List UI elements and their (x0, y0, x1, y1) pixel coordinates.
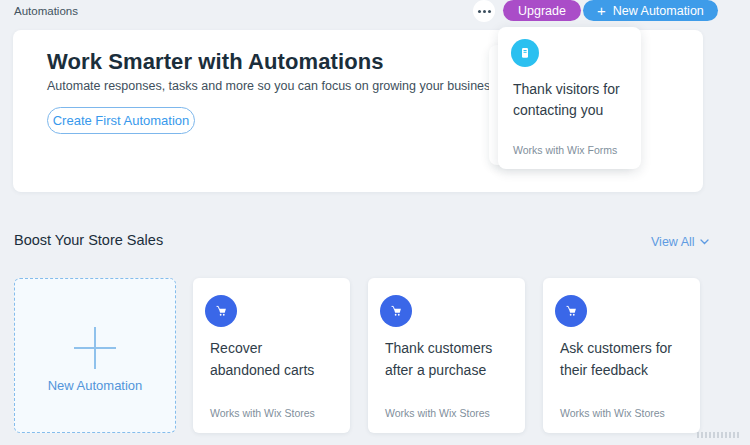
cart-icon (205, 295, 237, 327)
automation-card-ask-feedback[interactable]: Ask customers for their feedback Works w… (543, 278, 700, 433)
page-title: Automations (14, 5, 78, 17)
plus-icon: + (597, 3, 606, 18)
hero-title: Work Smarter with Automations (47, 49, 384, 75)
new-automation-button[interactable]: + New Automation (583, 0, 718, 21)
view-all-link[interactable]: View All (651, 235, 709, 249)
cart-icon (380, 295, 412, 327)
upgrade-button[interactable]: Upgrade (503, 0, 581, 21)
automation-card-title: Recover abandoned carts (210, 338, 340, 381)
cart-icon (555, 295, 587, 327)
view-all-label: View All (651, 235, 695, 249)
hero-subtitle: Automate responses, tasks and more so yo… (47, 79, 500, 93)
works-with-label: Works with Wix Stores (560, 407, 665, 419)
automation-card-title: Ask customers for their feedback (560, 338, 690, 381)
more-options-button[interactable] (473, 0, 495, 22)
new-automation-card-label: New Automation (15, 378, 175, 393)
works-with-label: Works with Wix Stores (210, 407, 315, 419)
new-automation-button-label: New Automation (613, 4, 704, 18)
automation-card-title: Thank customers after a purchase (385, 338, 515, 381)
create-first-automation-button[interactable]: Create First Automation (47, 107, 195, 134)
corner-artifact (697, 432, 739, 438)
automation-card-recover-abandoned-carts[interactable]: Recover abandoned carts Works with Wix S… (193, 278, 350, 433)
new-automation-card[interactable]: New Automation (14, 278, 176, 433)
works-with-label: Works with Wix Forms (513, 144, 617, 156)
ellipsis-icon (483, 10, 486, 13)
section-title: Boost Your Store Sales (14, 232, 163, 248)
suggestion-card-contact-form[interactable]: Thank visitors for contacting you Works … (498, 27, 641, 169)
form-icon (511, 39, 539, 67)
automations-page: Automations Upgrade + New Automation Wor… (0, 0, 750, 445)
works-with-label: Works with Wix Stores (385, 407, 490, 419)
suggestion-card-title: Thank visitors for contacting you (513, 79, 631, 121)
automation-card-thank-after-purchase[interactable]: Thank customers after a purchase Works w… (368, 278, 525, 433)
chevron-down-icon (700, 239, 709, 245)
plus-icon (74, 327, 116, 369)
